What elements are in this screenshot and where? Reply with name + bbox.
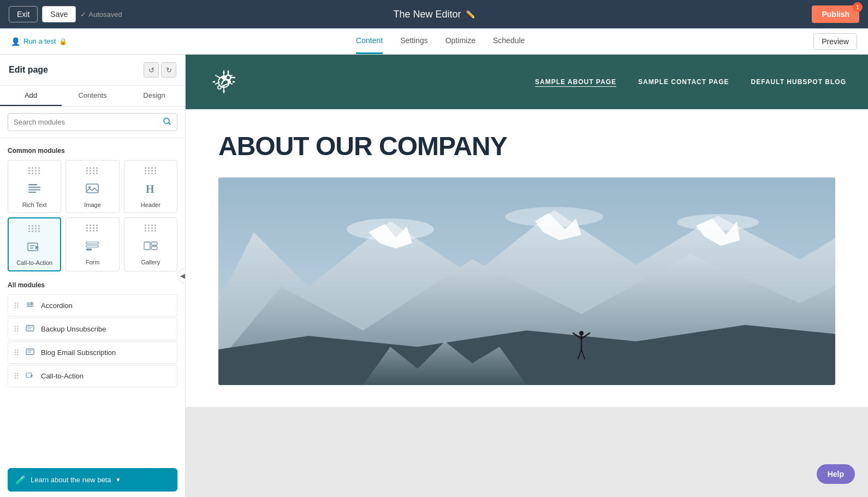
search-box — [8, 113, 177, 131]
run-test-area[interactable]: 👤 Run a test 🔒 — [11, 37, 67, 46]
cta-list-icon — [25, 371, 35, 381]
publish-button[interactable]: Publish 1 — [812, 5, 859, 23]
header-label: Header — [141, 202, 160, 208]
backup-unsubscribe-icon — [25, 324, 35, 334]
image-icon — [82, 179, 102, 198]
page-title: The New Editor ✏️ — [393, 9, 474, 20]
nav-item-about[interactable]: SAMPLE ABOUT PAGE — [535, 78, 616, 86]
beta-bar[interactable]: 🧪 Learn about the new beta ▼ — [8, 468, 177, 492]
header-icon: H — [141, 179, 160, 198]
hero-image — [218, 177, 835, 385]
main-layout: Edit page ↺ ↻ Add Contents Design — [0, 55, 868, 497]
module-tile-form[interactable]: Form — [66, 217, 119, 271]
save-button[interactable]: Save — [42, 6, 76, 22]
drag-handle-cta[interactable]: ⠿ — [14, 372, 19, 381]
svg-rect-6 — [86, 184, 98, 193]
all-modules-label: All modules — [8, 281, 177, 289]
cta-label: Call-to-Action — [16, 259, 52, 266]
module-tile-image[interactable]: Image — [66, 160, 119, 213]
svg-line-1 — [169, 123, 171, 125]
canvas-area: SAMPLE ABOUT PAGE SAMPLE CONTACT PAGE DE… — [186, 55, 868, 497]
help-button[interactable]: Help — [817, 464, 855, 484]
module-tile-gallery[interactable]: Gallery — [124, 217, 177, 271]
svg-rect-15 — [144, 242, 150, 250]
svg-point-33 — [227, 76, 230, 79]
drag-handle-accordion[interactable]: ⠿ — [14, 301, 19, 310]
svg-point-50 — [579, 331, 584, 335]
top-bar-center: The New Editor ✏️ — [393, 9, 474, 20]
tab-optimize[interactable]: Optimize — [445, 28, 475, 54]
undo-button[interactable]: ↺ — [144, 62, 159, 78]
page-content: ABOUT OUR COMPANY — [186, 109, 868, 407]
svg-text:H: H — [146, 183, 154, 195]
exit-button[interactable]: Exit — [9, 6, 38, 22]
svg-rect-12 — [86, 242, 98, 244]
sidebar-header: Edit page ↺ ↻ — [0, 55, 185, 86]
accordion-label: Accordion — [41, 301, 73, 310]
tab-schedule[interactable]: Schedule — [493, 28, 525, 54]
svg-rect-21 — [26, 326, 34, 331]
undo-redo-controls: ↺ ↻ — [144, 62, 176, 78]
edit-title-icon[interactable]: ✏️ — [466, 10, 475, 19]
module-tile-header[interactable]: H Header — [124, 160, 177, 213]
dots-gallery — [145, 224, 157, 232]
preview-button[interactable]: Preview — [813, 33, 857, 50]
dots-rich-text — [28, 167, 40, 174]
tab-content[interactable]: Content — [356, 28, 383, 54]
autosaved-status: ✓ Autosaved — [80, 10, 122, 19]
svg-rect-14 — [86, 248, 92, 251]
module-tile-cta[interactable]: Call-to-Action — [8, 217, 61, 271]
page-heading: ABOUT OUR COMPANY — [218, 131, 835, 161]
nav-item-contact[interactable]: SAMPLE CONTACT PAGE — [638, 78, 729, 86]
person-icon: 👤 — [11, 37, 20, 46]
sidebar-tab-contents[interactable]: Contents — [62, 86, 123, 106]
svg-rect-5 — [28, 192, 36, 193]
gallery-icon — [141, 236, 160, 256]
accordion-icon — [25, 300, 35, 311]
list-item-backup-unsubscribe[interactable]: ⠿ Backup Unsubscribe — [8, 318, 177, 340]
search-icon — [163, 117, 171, 127]
svg-rect-3 — [28, 187, 40, 188]
check-icon: ✓ — [80, 10, 86, 19]
tab-settings[interactable]: Settings — [400, 28, 428, 54]
svg-rect-4 — [28, 190, 40, 191]
common-modules-grid: Rich Text — [8, 160, 177, 271]
redo-button[interactable]: ↻ — [161, 62, 176, 78]
nav-item-blog[interactable]: DEFAULT HUBSPOT BLOG — [751, 78, 846, 86]
dots-form — [86, 224, 98, 232]
flask-icon: 🧪 — [15, 475, 26, 485]
form-label: Form — [86, 259, 100, 265]
sidebar-scroll: Common modules — [0, 138, 185, 464]
svg-rect-17 — [151, 246, 157, 250]
svg-rect-24 — [26, 349, 34, 354]
sidebar: Edit page ↺ ↻ Add Contents Design — [0, 55, 186, 497]
list-item-accordion[interactable]: ⠿ Accordion — [8, 294, 177, 317]
search-input[interactable] — [14, 118, 159, 126]
list-item-cta[interactable]: ⠿ Call-to-Action — [8, 365, 177, 387]
search-container — [0, 106, 185, 138]
dots-header — [145, 167, 157, 174]
beta-label: Learn about the new beta — [31, 476, 111, 484]
sub-nav: 👤 Run a test 🔒 Content Settings Optimize… — [0, 28, 868, 55]
svg-rect-16 — [151, 242, 157, 245]
rich-text-label: Rich Text — [22, 202, 47, 208]
blog-email-label: Blog Email Subscription — [41, 348, 116, 357]
module-tile-rich-text[interactable]: Rich Text — [8, 160, 61, 213]
page-nav: SAMPLE ABOUT PAGE SAMPLE CONTACT PAGE DE… — [535, 78, 846, 86]
drag-handle-backup[interactable]: ⠿ — [14, 325, 19, 334]
help-label: Help — [828, 470, 844, 478]
publish-badge: 1 — [853, 2, 863, 12]
svg-point-57 — [677, 214, 759, 230]
blog-email-icon — [25, 347, 35, 358]
sidebar-tabs: Add Contents Design — [0, 86, 185, 106]
cta-list-label: Call-to-Action — [41, 372, 84, 380]
gallery-label: Gallery — [141, 259, 160, 265]
common-modules-label: Common modules — [8, 147, 177, 155]
sidebar-tab-design[interactable]: Design — [123, 86, 185, 106]
sidebar-tab-add[interactable]: Add — [0, 86, 62, 106]
sidebar-title: Edit page — [9, 65, 48, 75]
hubspot-logo — [207, 66, 240, 98]
list-item-blog-email[interactable]: ⠿ Blog Email Subscription — [8, 341, 177, 364]
svg-rect-2 — [28, 184, 37, 186]
drag-handle-blog-email[interactable]: ⠿ — [14, 348, 19, 357]
